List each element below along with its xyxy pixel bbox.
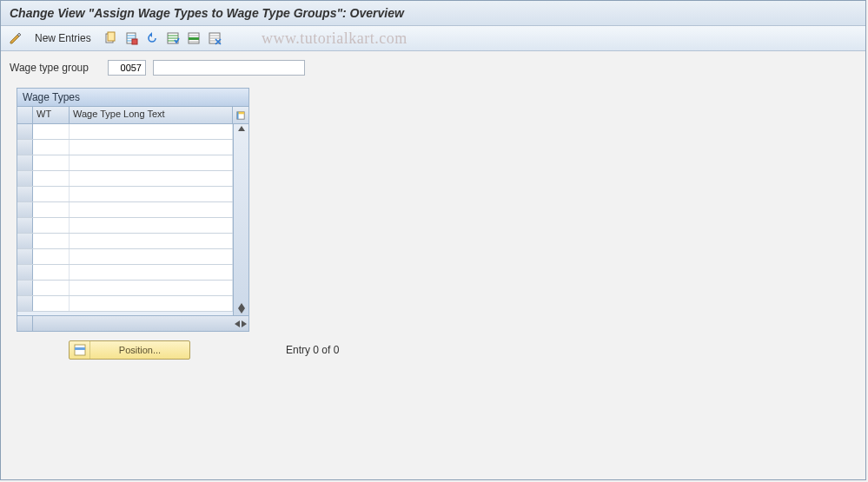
- row-selector[interactable]: [17, 281, 33, 295]
- table-row[interactable]: [17, 249, 233, 265]
- svg-rect-23: [75, 347, 85, 350]
- cell-long-text[interactable]: [70, 218, 233, 233]
- column-header-wt[interactable]: WT: [33, 107, 70, 123]
- scroll-left-icon[interactable]: [235, 320, 240, 327]
- cell-wt[interactable]: [33, 124, 70, 139]
- watermark-text: www.tutorialkart.com: [262, 30, 407, 48]
- wage-types-panel-title: Wage Types: [17, 89, 248, 107]
- wage-type-group-row: Wage type group: [1, 51, 865, 81]
- cell-wt[interactable]: [33, 171, 70, 186]
- new-entries-button[interactable]: New Entries: [27, 30, 99, 47]
- cell-wt[interactable]: [33, 187, 70, 201]
- row-selector[interactable]: [17, 171, 33, 186]
- cell-long-text[interactable]: [70, 155, 233, 170]
- cell-wt[interactable]: [33, 140, 70, 155]
- cell-wt[interactable]: [33, 202, 70, 217]
- select-block-icon[interactable]: [184, 30, 203, 47]
- position-button-label: Position...: [90, 345, 189, 355]
- sap-window: Change View "Assign Wage Types to Wage T…: [0, 0, 866, 480]
- application-toolbar: New Entries www.tutorialkart.com: [1, 26, 865, 51]
- table-row[interactable]: [17, 265, 233, 281]
- copy-as-icon[interactable]: [101, 30, 120, 47]
- table-row[interactable]: [17, 187, 233, 202]
- cell-long-text[interactable]: [70, 234, 233, 248]
- wage-type-group-label: Wage type group: [10, 62, 101, 74]
- deselect-all-icon[interactable]: [205, 30, 224, 47]
- cell-long-text[interactable]: [70, 124, 233, 139]
- cell-long-text[interactable]: [70, 187, 233, 201]
- table-row[interactable]: [17, 155, 233, 171]
- cell-long-text[interactable]: [70, 265, 233, 280]
- row-selector[interactable]: [17, 234, 33, 248]
- cell-long-text[interactable]: [70, 296, 233, 311]
- scroll-up-icon[interactable]: [238, 126, 245, 131]
- row-selector[interactable]: [17, 218, 33, 233]
- table-header-row: WT Wage Type Long Text: [17, 107, 248, 124]
- cell-wt[interactable]: [33, 281, 70, 295]
- toggle-display-change-icon[interactable]: [6, 30, 25, 47]
- cell-wt[interactable]: [33, 218, 70, 233]
- horizontal-scrollbar[interactable]: [17, 315, 248, 331]
- row-selector[interactable]: [17, 140, 33, 155]
- footer-row: Position... Entry 0 of 0: [69, 340, 865, 360]
- vertical-scrollbar[interactable]: [233, 124, 248, 315]
- svg-rect-12: [189, 37, 199, 40]
- select-all-icon[interactable]: [163, 30, 182, 47]
- row-selector[interactable]: [17, 265, 33, 280]
- row-selector[interactable]: [17, 155, 33, 170]
- position-icon: [70, 341, 90, 359]
- row-selector[interactable]: [17, 202, 33, 217]
- cell-wt[interactable]: [33, 296, 70, 311]
- cell-wt[interactable]: [33, 265, 70, 280]
- table-settings-icon[interactable]: [233, 107, 248, 123]
- row-selector[interactable]: [17, 296, 33, 311]
- table-row[interactable]: [17, 124, 233, 140]
- scroll-right-icon[interactable]: [242, 320, 247, 327]
- wage-types-panel: Wage Types WT Wage Type Long Text: [17, 88, 249, 332]
- entry-count-text: Entry 0 of 0: [286, 344, 339, 356]
- table-row[interactable]: [17, 171, 233, 187]
- select-all-column[interactable]: [17, 107, 33, 123]
- cell-long-text[interactable]: [70, 249, 233, 264]
- svg-rect-21: [237, 111, 239, 118]
- column-header-long-text[interactable]: Wage Type Long Text: [70, 107, 233, 123]
- cell-wt[interactable]: [33, 249, 70, 264]
- cell-long-text[interactable]: [70, 140, 233, 155]
- scroll-down-icon[interactable]: [238, 308, 245, 314]
- undo-change-icon[interactable]: [142, 30, 162, 47]
- table-body: [17, 124, 233, 315]
- row-selector[interactable]: [17, 187, 33, 201]
- row-selector[interactable]: [17, 249, 33, 264]
- wage-type-group-code[interactable]: [108, 60, 146, 76]
- cell-long-text[interactable]: [70, 171, 233, 186]
- svg-rect-1: [108, 32, 115, 41]
- table-row[interactable]: [17, 140, 233, 155]
- table-row[interactable]: [17, 234, 233, 249]
- svg-rect-6: [132, 39, 137, 44]
- page-title: Change View "Assign Wage Types to Wage T…: [1, 1, 865, 26]
- cell-wt[interactable]: [33, 155, 70, 170]
- wage-type-group-description[interactable]: [153, 60, 305, 76]
- cell-long-text[interactable]: [70, 281, 233, 295]
- table-row[interactable]: [17, 281, 233, 296]
- table-row[interactable]: [17, 296, 233, 312]
- cell-long-text[interactable]: [70, 202, 233, 217]
- position-button[interactable]: Position...: [69, 340, 190, 360]
- row-selector[interactable]: [17, 124, 33, 139]
- table-row[interactable]: [17, 218, 233, 234]
- table-row[interactable]: [17, 202, 233, 218]
- delete-icon[interactable]: [122, 30, 141, 47]
- cell-wt[interactable]: [33, 234, 70, 248]
